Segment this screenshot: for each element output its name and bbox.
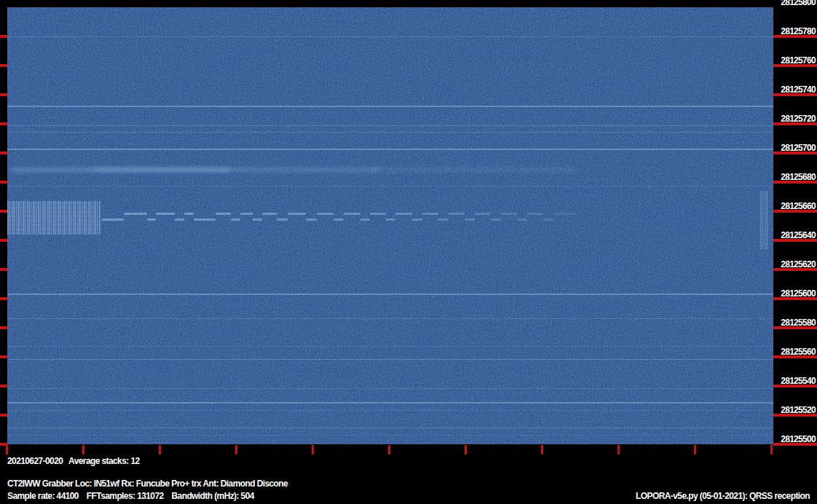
fsk-signal-segment xyxy=(175,218,184,221)
weak-signal-band xyxy=(95,168,379,172)
left-tick xyxy=(0,239,7,242)
qrss-grabber-screenshot: 2812580028125780281257602812574028125720… xyxy=(0,0,817,504)
frequency-tick-bar xyxy=(773,385,817,387)
left-tick xyxy=(0,326,7,329)
left-tick xyxy=(0,297,7,300)
software-version-text: LOPORA-v5e.py (05-01-2021): QRSS recepti… xyxy=(636,491,810,501)
spectrogram-area xyxy=(7,7,773,444)
fsk-signal-segment xyxy=(438,218,449,221)
fsk-signal-segment xyxy=(253,218,262,221)
left-tick xyxy=(0,181,7,184)
fsk-signal-segment xyxy=(124,213,147,215)
fsk-signal-segment xyxy=(370,213,386,215)
frequency-tick-bar xyxy=(773,64,817,67)
fsk-signal-segment xyxy=(491,218,501,221)
bottom-tick xyxy=(770,445,773,454)
left-tick xyxy=(0,35,7,38)
timestamp-and-stacks-text: 20210627-0020 Average stacks: 12 xyxy=(7,456,140,466)
left-tick xyxy=(0,64,7,67)
station-info-text: CT2IWW Grabber Loc: IN51wf Rx: Funcube P… xyxy=(7,479,288,489)
fsk-signal-segment xyxy=(216,213,231,215)
fsk-signal-segment xyxy=(262,213,277,215)
fsk-signal-segment xyxy=(527,213,543,215)
bottom-tick xyxy=(312,445,314,454)
fsk-signal-segment xyxy=(475,213,491,215)
left-tick xyxy=(0,151,7,154)
fsk-signal-segment xyxy=(317,213,333,215)
fsk-signal-segment xyxy=(277,218,288,221)
bottom-tick xyxy=(388,445,390,454)
fsk-signal-segment xyxy=(147,218,156,221)
fsk-signal-segment xyxy=(344,213,360,215)
frequency-tick-bar xyxy=(773,355,817,358)
fsk-signal-segment xyxy=(386,218,395,221)
fsk-signal-segment xyxy=(231,218,240,221)
weak-signal-band xyxy=(371,168,579,172)
frequency-tick-bar xyxy=(773,35,817,38)
fsk-signal-segment xyxy=(412,218,422,221)
left-tick xyxy=(0,210,7,213)
frequency-tick-bar xyxy=(773,239,817,242)
fsk-signal-segment xyxy=(184,213,194,215)
fsk-signal-segment xyxy=(517,218,527,221)
fsk-signal-segment xyxy=(543,218,553,221)
left-tick xyxy=(0,93,7,96)
fsk-signal-segment xyxy=(395,213,412,215)
left-tick xyxy=(0,385,7,387)
fsk-signal-segment xyxy=(102,218,124,221)
frequency-tick-bar xyxy=(773,326,817,329)
frequency-tick-bar xyxy=(773,443,817,446)
frequency-tick-bar xyxy=(773,297,817,300)
fsk-signal-segment xyxy=(194,218,216,221)
fsk-signal-segment xyxy=(360,218,370,221)
fsk-signal-segment xyxy=(288,213,306,215)
fsk-signal-segment xyxy=(553,213,575,215)
fsk-signal-segment xyxy=(306,218,317,221)
fsk-signal-segment xyxy=(156,213,175,215)
fsk-signal-segment xyxy=(449,213,465,215)
fsk-signal-segment xyxy=(465,218,475,221)
left-tick xyxy=(0,355,7,358)
static-noise-burst xyxy=(760,191,769,249)
frequency-tick-bar xyxy=(773,210,817,213)
bottom-tick xyxy=(694,445,696,454)
left-tick xyxy=(0,414,7,417)
bottom-tick xyxy=(82,445,84,454)
fsk-signal-segment xyxy=(501,213,517,215)
bottom-tick xyxy=(6,445,8,454)
frequency-tick-bar xyxy=(773,181,817,184)
bottom-tick xyxy=(159,445,161,454)
fsk-signal-segment xyxy=(422,213,438,215)
frequency-tick-bar xyxy=(773,122,817,125)
frequency-tick-bar xyxy=(773,93,817,96)
static-noise-burst xyxy=(7,201,100,235)
settings-info-text: Sample rate: 44100 FFTsamples: 131072 Ba… xyxy=(7,491,254,501)
frequency-tick-bar xyxy=(773,268,817,271)
frequency-label: 28125800 xyxy=(765,0,816,7)
left-tick xyxy=(0,122,7,125)
bottom-tick xyxy=(541,445,543,454)
bottom-tick xyxy=(465,445,467,454)
fsk-signal-segment xyxy=(333,218,344,221)
fsk-signal-segment xyxy=(240,213,253,215)
frequency-tick-bar xyxy=(773,151,817,154)
frequency-tick-bar xyxy=(773,414,817,417)
bottom-tick xyxy=(235,445,237,454)
bottom-tick xyxy=(617,445,620,454)
left-tick xyxy=(0,268,7,271)
signal-trace-layer xyxy=(7,7,773,444)
